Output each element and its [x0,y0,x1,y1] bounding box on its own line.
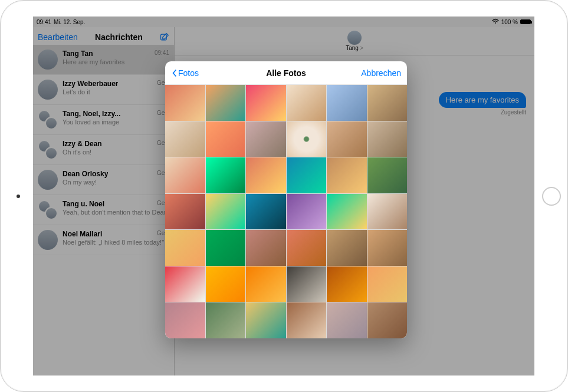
photo-thumbnail[interactable] [246,302,286,338]
photo-thumbnail[interactable] [327,85,367,121]
photo-thumbnail[interactable] [246,194,286,230]
photo-thumbnail[interactable] [327,194,367,230]
photo-thumbnail[interactable] [246,266,286,302]
photo-thumbnail[interactable] [206,302,246,338]
photo-thumbnail[interactable] [367,230,408,266]
back-label: Fotos [178,68,199,78]
photo-thumbnail[interactable] [206,266,246,302]
photo-thumbnail[interactable] [327,302,367,338]
photo-thumbnail[interactable] [246,157,286,193]
photo-thumbnail[interactable] [367,266,408,302]
photo-thumbnail[interactable] [165,302,205,338]
back-button[interactable]: Fotos [171,68,199,78]
photo-thumbnail[interactable] [206,194,246,230]
photo-picker-popover: Fotos Alle Fotos Abbrechen [165,61,407,338]
photo-thumbnail[interactable] [246,230,286,266]
photo-thumbnail[interactable] [165,85,205,121]
photo-thumbnail[interactable] [287,194,327,230]
home-button[interactable] [542,187,561,206]
photo-thumbnail[interactable] [367,85,408,121]
photo-thumbnail[interactable] [165,157,205,193]
photo-thumbnail[interactable] [165,194,205,230]
photo-thumbnail[interactable] [206,230,246,266]
photo-thumbnail[interactable] [327,157,367,193]
photo-thumbnail[interactable] [287,230,327,266]
photo-thumbnail[interactable] [367,157,408,193]
photo-thumbnail[interactable] [367,194,408,230]
cancel-button[interactable]: Abbrechen [361,68,401,78]
front-camera [17,195,20,198]
photo-thumbnail[interactable] [327,121,367,157]
photo-thumbnail[interactable] [327,230,367,266]
photo-thumbnail[interactable] [287,266,327,302]
photo-thumbnail[interactable] [367,121,408,157]
photo-thumbnail[interactable] [206,85,246,121]
photo-thumbnail[interactable] [165,121,205,157]
photo-thumbnail[interactable] [367,302,408,338]
photo-thumbnail[interactable] [206,121,246,157]
photo-thumbnail[interactable] [287,302,327,338]
photo-thumbnail[interactable] [327,266,367,302]
photo-thumbnail[interactable] [165,266,205,302]
photo-thumbnail[interactable] [287,157,327,193]
photo-thumbnail[interactable] [165,230,205,266]
photo-grid[interactable] [165,85,407,338]
photo-thumbnail[interactable] [246,85,286,121]
photo-thumbnail[interactable] [287,121,327,157]
photo-thumbnail[interactable] [206,157,246,193]
photo-thumbnail[interactable] [287,85,327,121]
photo-thumbnail[interactable] [246,121,286,157]
